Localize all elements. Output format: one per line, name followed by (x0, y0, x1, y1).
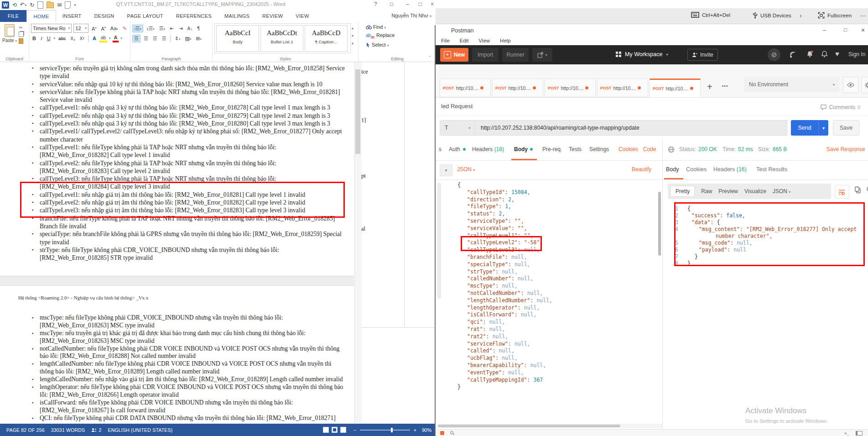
clear-formatting-icon[interactable]: ✎ (121, 25, 128, 32)
wrap-lines-button[interactable] (835, 185, 849, 199)
subscript-button[interactable]: X₂ (69, 36, 77, 42)
send-options-caret[interactable]: ▾ (818, 120, 828, 136)
menu-item[interactable]: File (441, 38, 450, 43)
bullet-list-button[interactable]: ⁝☰▾ (132, 25, 143, 32)
print-layout-icon[interactable] (332, 427, 338, 433)
open-new-window-button[interactable]: ▾ (532, 48, 552, 62)
heart-icon[interactable]: ♥ (835, 50, 839, 58)
styles-more-icon[interactable]: ▾ (352, 42, 353, 46)
sync-disabled-icon[interactable]: ⊘ (768, 48, 780, 61)
response-tab-headers[interactable]: Headers (16) (713, 166, 747, 173)
format-painter-icon[interactable] (19, 38, 23, 44)
font-name-select[interactable]: Times New Ro▾ (31, 24, 72, 33)
interceptor-icon[interactable] (790, 51, 797, 58)
language-indicator[interactable]: ENGLISH (UNITED STATES) (108, 427, 172, 433)
ribbon-tab[interactable]: HOME (26, 10, 56, 22)
sort-button[interactable]: A↓ (186, 26, 194, 32)
show-paragraph-marks-button[interactable]: ¶ (196, 25, 201, 32)
decrease-indent-button[interactable]: ⇤ (168, 25, 175, 32)
editor-scrollbar-thumb[interactable] (658, 192, 661, 256)
console-icon[interactable]: >_ (844, 431, 849, 436)
font-color-caret-icon[interactable]: ▾ (120, 37, 122, 40)
content-type-selector[interactable]: JSON ▾ (457, 166, 475, 173)
request-tab[interactable]: POST http://10.... (545, 79, 596, 97)
page-indicator[interactable]: PAGE 82 OF 256 (6, 427, 45, 433)
find-icon[interactable] (450, 431, 455, 436)
strikethrough-button[interactable]: abc (57, 36, 67, 42)
two-pane-icon[interactable] (856, 431, 863, 436)
code-link[interactable]: Code (643, 146, 656, 152)
borders-button[interactable]: ⊞▾ (194, 35, 203, 42)
environment-selector[interactable]: No Environment ▾ (744, 77, 839, 92)
runner-button[interactable]: Runner (502, 48, 529, 62)
line-spacing-button[interactable]: ⇕▾ (173, 35, 182, 42)
menu-item[interactable]: Edit (460, 38, 469, 43)
align-right-button[interactable]: ☰ (151, 35, 159, 42)
import-button[interactable]: Import (472, 48, 499, 62)
new-button[interactable]: + New (440, 48, 468, 62)
new-tab-button[interactable]: + (707, 82, 712, 92)
save-response-button[interactable]: Save Response (826, 146, 865, 152)
shading-button[interactable]: ▨▾ (183, 35, 192, 42)
response-tab-test-results[interactable]: Test Results (756, 166, 787, 173)
response-tab-cookies[interactable]: Cookies (686, 166, 707, 173)
tab-tests[interactable]: Tests (569, 146, 582, 152)
sign-in-link[interactable]: Sign In (848, 51, 865, 58)
ribbon-tab[interactable]: VIEW (289, 10, 315, 22)
user-account[interactable]: Nguyễn Thị Như ▾ (391, 13, 431, 18)
bell-icon[interactable] (821, 50, 828, 58)
replace-button[interactable]: abac Replace (366, 32, 434, 39)
comments-button[interactable]: Comments 0 (820, 103, 860, 111)
ribbon-tab[interactable]: REVIEW (256, 10, 289, 22)
ribbon-tab[interactable]: FILE (0, 10, 26, 22)
bold-button[interactable]: B (31, 35, 37, 42)
workspace-switcher[interactable]: My Workspace ▾ (616, 51, 668, 58)
email-icon[interactable]: ✉ (57, 1, 62, 9)
minimize-button[interactable]: – (406, 1, 409, 7)
underline-caret-icon[interactable]: ▾ (54, 37, 56, 40)
invite-button[interactable]: Invite (687, 49, 718, 61)
notifications-icon[interactable] (806, 50, 814, 58)
view-pretty[interactable]: Pretty (670, 186, 695, 197)
tab-settings[interactable]: Settings (589, 146, 609, 152)
ribbon-tab[interactable]: DESIGN (88, 10, 121, 22)
more-options-icon[interactable]: ⋯ (860, 12, 866, 19)
beautify-link[interactable]: Beautify (632, 166, 651, 173)
maximize-button[interactable]: □ (844, 26, 847, 33)
help-button[interactable]: ? (374, 1, 377, 7)
tab-headers[interactable]: Headers (18) (472, 146, 504, 152)
minimize-button[interactable]: – (823, 26, 826, 33)
print-preview-icon[interactable] (65, 1, 71, 9)
style-card[interactable]: AaBbCcDt Bullet List 1 (260, 25, 303, 52)
tab-prerequest[interactable]: Pre-req. (542, 146, 562, 152)
style-card[interactable]: AaBbCcD ¶ Caption... (305, 25, 348, 52)
request-tab[interactable]: POST http://10.... (440, 79, 491, 97)
request-tab[interactable]: POST http://10.... (597, 79, 648, 97)
restore-button[interactable]: □ (419, 1, 422, 7)
body-format-selector[interactable]: ▾ (440, 164, 452, 176)
editor-left-scrollbar[interactable] (437, 183, 441, 299)
close-button[interactable]: × (431, 1, 434, 7)
copy-response-button[interactable] (854, 186, 861, 194)
highlight-caret-icon[interactable]: ▾ (109, 37, 111, 40)
collapse-ribbon-icon[interactable]: ⌃ (428, 55, 431, 60)
request-tab[interactable]: POST http://10.... (650, 79, 701, 97)
save-button[interactable]: Save (833, 120, 859, 136)
zoom-slider[interactable] (360, 430, 410, 431)
open-folder-icon[interactable] (47, 2, 54, 8)
ribbon-tab[interactable]: PAGE LAYOUT (121, 10, 170, 22)
change-case-button[interactable]: Aa▾ (109, 25, 120, 32)
environment-quick-look-button[interactable] (843, 77, 858, 93)
zoom-slider-thumb[interactable] (391, 428, 393, 432)
paste-button[interactable]: Paste ▾ (2, 23, 17, 44)
customize-qat-icon[interactable]: ▾ (74, 1, 76, 9)
url-input[interactable] (475, 120, 787, 136)
copy-icon[interactable] (19, 32, 24, 37)
method-selector[interactable]: T ▾ (440, 120, 475, 136)
save-icon[interactable]: ⟲ (12, 1, 17, 9)
zoom-in-button[interactable]: + (414, 427, 416, 433)
horizontal-scrollbar-thumb[interactable] (438, 425, 620, 427)
align-center-button[interactable]: ☰ (142, 35, 150, 42)
tab-params-cut[interactable]: s (439, 146, 442, 152)
align-left-button[interactable]: ☰ (132, 35, 140, 42)
